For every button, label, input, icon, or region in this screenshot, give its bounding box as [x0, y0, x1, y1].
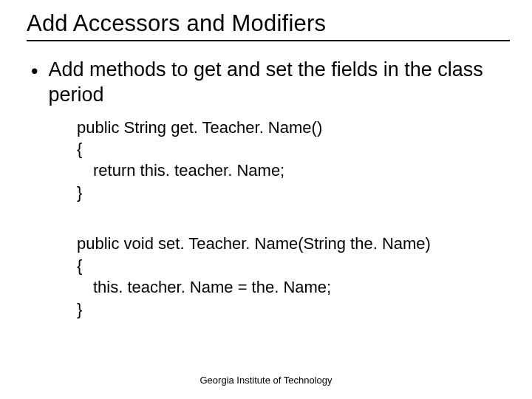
code-block-getter: public String get. Teacher. Name() { ret…: [77, 117, 510, 204]
code-line: public void set. Teacher. Name(String th…: [77, 233, 510, 254]
slide-title: Add Accessors and Modifiers: [27, 10, 510, 41]
code-line: {: [77, 255, 510, 276]
slide: Add Accessors and Modifiers • Add method…: [0, 0, 532, 320]
code-line: return this. teacher. Name;: [77, 160, 510, 181]
code-block-setter: public void set. Teacher. Name(String th…: [77, 233, 510, 320]
code-line: }: [77, 299, 510, 320]
code-line: {: [77, 138, 510, 160]
code-line: this. teacher. Name = the. Name;: [77, 276, 510, 298]
bullet-dot: •: [31, 59, 38, 84]
bullet-text: Add methods to get and set the fields in…: [48, 58, 510, 108]
code-line: public String get. Teacher. Name(): [77, 117, 510, 138]
bullet-item: • Add methods to get and set the fields …: [31, 58, 510, 108]
code-line: }: [77, 182, 510, 203]
code-gap: [27, 203, 510, 224]
footer-text: Georgia Institute of Technology: [0, 375, 532, 386]
